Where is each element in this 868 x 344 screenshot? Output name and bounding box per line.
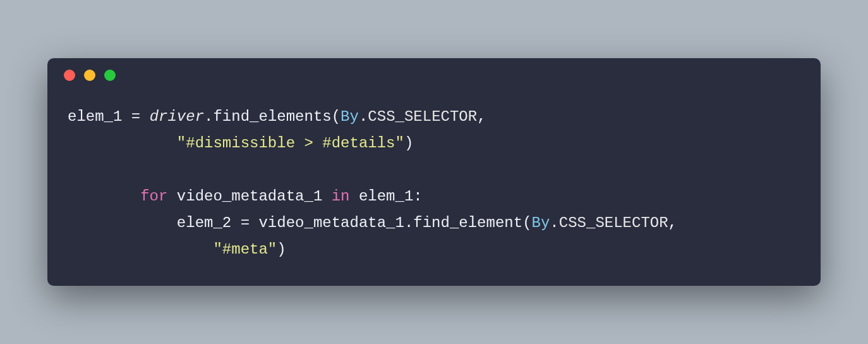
code-token: , bbox=[477, 108, 486, 125]
code-token: . bbox=[359, 108, 368, 125]
code-token: "#meta" bbox=[213, 241, 277, 258]
code-token: for bbox=[140, 188, 167, 205]
code-token: elem_1 bbox=[68, 108, 131, 125]
code-token: By bbox=[341, 108, 359, 125]
code-token: video_metadata_1 bbox=[167, 188, 331, 205]
code-token: ) bbox=[277, 241, 286, 258]
code-token bbox=[140, 108, 149, 125]
code-token bbox=[68, 135, 177, 152]
code-window: elem_1 = driver.find_elements(By.CSS_SEL… bbox=[47, 58, 821, 286]
code-token: By bbox=[532, 214, 550, 231]
code-token bbox=[68, 188, 140, 205]
code-token: elem_2 bbox=[68, 214, 241, 231]
code-token: ) bbox=[404, 135, 413, 152]
code-token: CSS_SELECTOR bbox=[368, 108, 477, 125]
code-token: = bbox=[241, 214, 250, 231]
minimize-icon[interactable] bbox=[84, 70, 95, 81]
zoom-icon[interactable] bbox=[104, 70, 116, 81]
stage: elem_1 = driver.find_elements(By.CSS_SEL… bbox=[0, 0, 868, 344]
code-token: .find_elements( bbox=[204, 108, 341, 125]
code-token: video_metadata_1.find_element( bbox=[250, 214, 531, 231]
code-token: = bbox=[131, 108, 140, 125]
window-titlebar bbox=[47, 58, 821, 92]
code-block: elem_1 = driver.find_elements(By.CSS_SEL… bbox=[47, 92, 821, 263]
code-token: driver bbox=[150, 108, 204, 125]
code-token: "#dismissible > #details" bbox=[177, 135, 404, 152]
code-token bbox=[68, 241, 213, 258]
close-icon[interactable] bbox=[64, 70, 75, 81]
code-token: . bbox=[550, 214, 558, 231]
code-token: elem_1: bbox=[350, 188, 423, 205]
code-token: in bbox=[332, 188, 350, 205]
code-token: CSS_SELECTOR bbox=[559, 214, 668, 231]
code-token: , bbox=[668, 214, 677, 231]
